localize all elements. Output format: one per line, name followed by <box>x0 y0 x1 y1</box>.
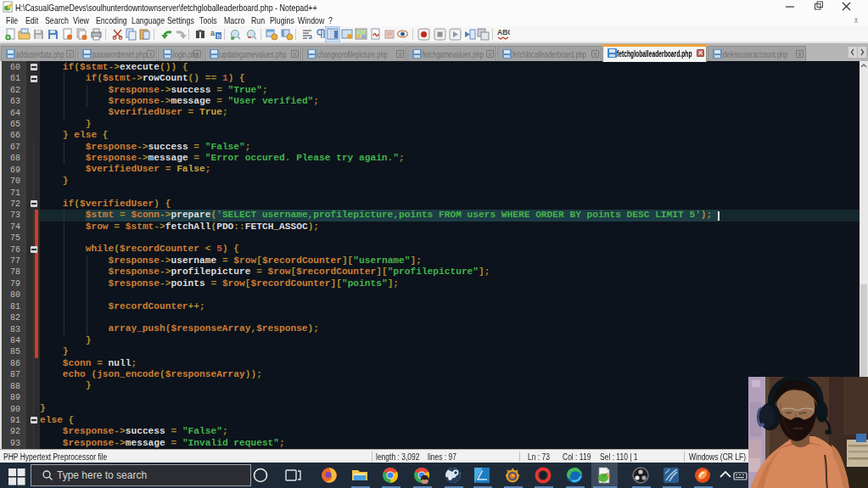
svg-text:ABC: ABC <box>497 28 510 36</box>
svg-text:b: b <box>217 32 221 40</box>
svg-text:a: a <box>210 29 215 37</box>
